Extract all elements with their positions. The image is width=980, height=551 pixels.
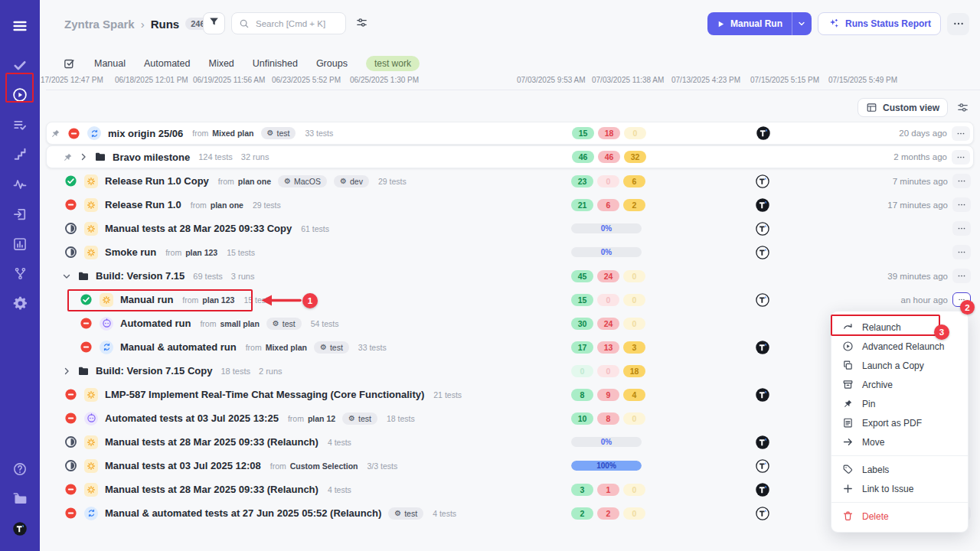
timeline-date: 07/15/2025 5:15 PM (750, 76, 819, 84)
count-passed: 10 (571, 412, 593, 425)
menu-item-pin[interactable]: Pin (831, 394, 968, 413)
assignee-avatar (755, 221, 770, 236)
row-more-button[interactable] (952, 126, 970, 141)
tab-unfinished[interactable]: Unfinished (253, 58, 298, 69)
menu-item-move[interactable]: Move (831, 432, 968, 452)
view-toolbar: Custom view (858, 98, 969, 117)
run-title: Build: Version 7.15 Copy (96, 365, 212, 377)
menu-item-launch-a-copy[interactable]: Launch a Copy (831, 356, 968, 375)
copy-icon (842, 360, 854, 371)
menu-item-label: Launch a Copy (862, 360, 924, 371)
menu-item-advanced-relaunch[interactable]: Advanced Relaunch (831, 337, 968, 356)
menu-item-relaunch[interactable]: Relaunch (831, 318, 968, 337)
run-type-mixed-icon (87, 126, 101, 140)
manual-run-button[interactable]: Manual Run (707, 12, 812, 35)
run-row[interactable]: Release Run 1.0fromplan one29 tests21621… (46, 193, 974, 217)
assignee-avatar (755, 292, 770, 308)
sidebar-item-help[interactable] (5, 454, 35, 484)
environment-label: test (277, 129, 290, 138)
from-label: from (191, 201, 207, 210)
chevron-right-icon[interactable] (79, 152, 88, 161)
row-more-button[interactable] (952, 150, 970, 165)
tab-mixed[interactable]: Mixed (208, 58, 234, 69)
menu-item-export-as-pdf[interactable]: Export as PDF (831, 413, 968, 432)
count-failed: 13 (597, 341, 619, 354)
sidebar-item-test-cases[interactable] (5, 50, 35, 80)
run-type-mixed-icon (84, 507, 98, 520)
search-box[interactable] (231, 12, 346, 34)
count-failed: 2 (597, 507, 619, 520)
run-row[interactable]: Manual tests at 28 Mar 2025 09:33 Copy61… (46, 217, 974, 240)
active-filter-badge[interactable]: test work (366, 56, 420, 71)
breadcrumb-separator: › (141, 18, 145, 31)
sparkles-icon (828, 18, 840, 30)
run-row[interactable]: Release Run 1.0 Copyfromplan one⚙MacOS⚙d… (46, 169, 974, 193)
count-passed: 46 (572, 151, 594, 163)
folder-icon (94, 151, 106, 163)
row-more-button[interactable] (952, 197, 971, 212)
run-group-row[interactable]: Build: Version 7.1569 tests3 runs4524039… (46, 264, 974, 288)
search-input[interactable] (254, 18, 338, 29)
chevron-right-icon[interactable] (62, 367, 71, 376)
menu-item-delete[interactable]: Delete (831, 507, 968, 526)
menu-item-link-to-issue[interactable]: Link to Issue (831, 479, 968, 498)
run-title: Manual tests at 28 Mar 2025 09:33 (Relau… (105, 436, 318, 448)
row-more-button[interactable] (952, 269, 971, 283)
sidebar-item-imports[interactable] (5, 199, 35, 229)
search-settings-icon[interactable] (355, 16, 368, 29)
header-more-button[interactable] (947, 13, 969, 35)
environment-badge: ⚙test (314, 341, 349, 354)
run-row[interactable]: Manual runfromplan 12315 tests1500an hou… (46, 288, 974, 311)
sidebar-item-versions[interactable] (5, 259, 35, 289)
sidebar-item-account[interactable] (5, 514, 35, 543)
progress-percent: 0% (571, 437, 642, 447)
row-more-button[interactable] (952, 221, 971, 236)
sidebar-item-reports[interactable] (5, 229, 35, 259)
tests-count: 15 tests (243, 295, 272, 305)
run-title: Manual & automated tests at 27 Jun 2025 … (105, 507, 381, 519)
row-more-button[interactable] (952, 174, 971, 188)
tab-manual[interactable]: Manual (94, 58, 126, 69)
count-other: 3 (623, 341, 645, 354)
select-runs-icon[interactable] (63, 57, 76, 70)
gear-icon: ⚙ (320, 344, 327, 351)
row-more-button[interactable] (952, 245, 971, 259)
status-stopped-icon (80, 317, 93, 330)
sidebar-item-settings[interactable] (5, 289, 35, 318)
runs-status-report-button[interactable]: Runs Status Report (818, 12, 941, 35)
run-group-row[interactable]: Bravo milestone124 tests32 runs4646322 m… (46, 145, 974, 168)
run-title: Manual run (120, 294, 173, 305)
environment-badge: ⚙test (388, 507, 423, 520)
gear-icon: ⚙ (273, 320, 279, 328)
chevron-down-icon[interactable] (62, 272, 71, 281)
run-title: Manual tests at 28 Mar 2025 09:33 (Relau… (105, 484, 318, 495)
count-passed: 15 (571, 294, 593, 306)
sidebar-item-milestones[interactable] (5, 139, 35, 169)
view-settings-icon[interactable] (956, 101, 969, 114)
filter-tabs: ManualAutomatedMixedUnfinishedGroupstest… (63, 54, 420, 73)
manual-run-dropdown[interactable] (792, 12, 812, 35)
run-progress: 100% (571, 461, 642, 471)
run-row[interactable]: Smoke runfromplan 12315 tests0% (46, 240, 974, 264)
menu-item-labels[interactable]: Labels (831, 460, 968, 479)
filter-button[interactable] (203, 12, 225, 34)
status-stopped-icon (67, 127, 80, 140)
sidebar-item-requirements[interactable] (5, 109, 35, 139)
tab-automated[interactable]: Automated (144, 58, 190, 69)
sidebar-item-activity[interactable] (5, 169, 35, 199)
plan-name: plan one (211, 201, 243, 210)
menu-item-archive[interactable]: Archive (831, 375, 968, 394)
status-stopped-icon (64, 412, 77, 425)
timeline-date: 06/25/2025 1:30 PM (350, 76, 419, 84)
custom-view-button[interactable]: Custom view (858, 98, 948, 117)
tab-groups[interactable]: Groups (316, 58, 348, 69)
folder-icon (77, 270, 90, 282)
breadcrumb-project[interactable]: Zyntra Spark (64, 18, 135, 31)
sidebar-item-menu[interactable] (5, 11, 35, 41)
sidebar-item-projects[interactable] (5, 484, 35, 514)
sidebar-item-runs[interactable] (5, 80, 35, 109)
run-row[interactable]: mix origin 25/06fromMixed plan⚙test33 te… (46, 122, 974, 145)
timeline-date: 06/18/2025 12:01 PM (115, 76, 188, 84)
row-more-button[interactable] (952, 292, 971, 307)
environment-badge: ⚙dev (334, 175, 369, 187)
